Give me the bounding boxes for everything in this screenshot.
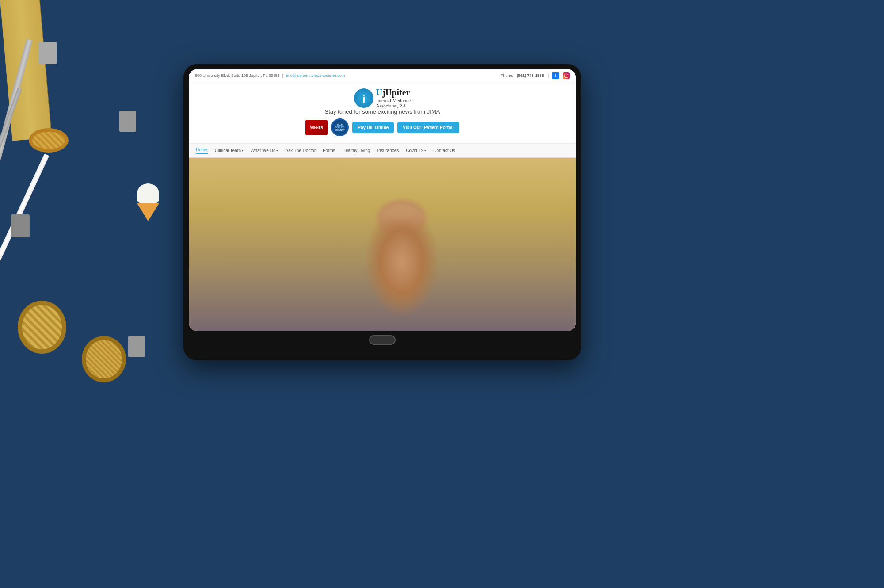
tablet-device: 600 University Blvd. Suite 105 Jupiter, …	[183, 64, 581, 360]
logo-text-span: jUpiter	[382, 88, 410, 97]
topbar-email[interactable]: info@jupiterinternalmedicine.com	[286, 73, 345, 78]
topbar-left: 600 University Blvd. Suite 105 Jupiter, …	[195, 73, 345, 78]
site-topbar: 600 University Blvd. Suite 105 Jupiter, …	[189, 69, 576, 82]
patient-portal-button[interactable]: Visit Our (Patient Portal)	[397, 122, 459, 133]
nav-item-healthy-living[interactable]: Healthy Living	[343, 148, 370, 153]
nav-item-covid-label: Covid-19	[406, 148, 423, 153]
binder-clip-3	[11, 214, 30, 237]
what-we-do-dropdown-arrow: ▾	[276, 149, 278, 153]
cta-row: WINNER PALMBCH. CO.COUNTY Pay Bill Onlin…	[305, 118, 459, 136]
binder-clip-4	[128, 336, 145, 357]
nav-item-home[interactable]: Home	[196, 147, 208, 154]
facebook-icon[interactable]: f	[552, 72, 559, 79]
tablet-screen: 600 University Blvd. Suite 105 Jupiter, …	[189, 69, 576, 331]
nav-item-clinical-team-label: Clinical Team	[215, 148, 241, 153]
ice-cream-cone	[137, 203, 159, 221]
nav-item-forms[interactable]: Forms	[323, 148, 335, 153]
binder-clip-2	[119, 111, 136, 132]
topbar-separator-2: |	[548, 73, 549, 78]
logo-main-text: UjUpiter	[376, 88, 411, 98]
ice-cream-toy	[137, 183, 159, 219]
logo-row: j UjUpiter Internal Medicine Associates,…	[354, 88, 411, 108]
covid-dropdown-arrow: ▾	[424, 149, 426, 153]
topbar-separator-1: |	[282, 73, 283, 78]
binder-clip-1	[39, 42, 57, 64]
tape-decoration-1	[29, 128, 69, 153]
instagram-icon[interactable]: ◯	[563, 72, 570, 79]
logo-sub2: Associates, P.A.	[376, 103, 411, 108]
award-text: PALMBCH. CO.COUNTY	[335, 123, 345, 131]
award-badge: PALMBCH. CO.COUNTY	[331, 118, 349, 136]
ice-cream-top	[137, 183, 159, 203]
site-navigation: Home Clinical Team ▾ What We Do ▾ Ask Th…	[189, 144, 576, 158]
site-hero	[189, 158, 576, 331]
clinical-team-dropdown-arrow: ▾	[242, 149, 244, 153]
topbar-address: 600 University Blvd. Suite 105 Jupiter, …	[195, 73, 280, 78]
nav-item-contact[interactable]: Contact Us	[433, 148, 455, 153]
topbar-phone-label: Phone:	[501, 73, 514, 78]
logo-j-letter: j	[362, 92, 365, 104]
nav-item-what-we-do[interactable]: What We Do ▾	[251, 148, 278, 153]
topbar-phone-number[interactable]: (561) 748-1888	[517, 73, 544, 78]
nav-item-ask-doctor[interactable]: Ask The Doctor	[285, 148, 316, 153]
nav-item-what-we-do-label: What We Do	[251, 148, 276, 153]
pay-bill-button[interactable]: Pay Bill Online	[352, 122, 394, 133]
hero-image	[189, 158, 576, 331]
nav-item-insurances[interactable]: Insurances	[377, 148, 399, 153]
logo-text-group: UjUpiter Internal Medicine Associates, P…	[376, 88, 411, 108]
winner-label: WINNER	[310, 126, 323, 129]
tablet-home-button[interactable]	[369, 335, 396, 345]
topbar-right: Phone: (561) 748-1888 | f ◯	[501, 72, 570, 79]
nav-item-clinical-team[interactable]: Clinical Team ▾	[215, 148, 244, 153]
logo-u-letter: U	[376, 88, 382, 97]
tape-decoration-3	[82, 336, 126, 382]
site-header: j UjUpiter Internal Medicine Associates,…	[189, 82, 576, 144]
tape-decoration-2	[18, 301, 66, 354]
logo-sub1: Internal Medicine	[376, 98, 411, 103]
site-tagline: Stay tuned for some exciting news from J…	[325, 108, 440, 115]
logo-circle: j	[354, 88, 373, 108]
hero-person-image	[189, 158, 576, 331]
nav-item-covid[interactable]: Covid-19 ▾	[406, 148, 426, 153]
winner-badge: WINNER	[305, 120, 328, 135]
